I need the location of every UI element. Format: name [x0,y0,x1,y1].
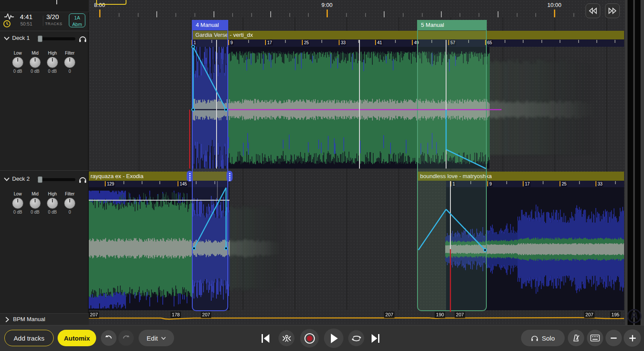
knob-value: 0 dB [8,210,27,214]
key-line1: 1A [69,15,85,21]
deck1-label: Deck 1 [12,35,29,41]
deck2-label: Deck 2 [12,176,29,182]
deck1-slider-handle[interactable] [38,36,42,42]
headphones-icon [531,335,538,341]
knob-mid[interactable] [29,198,41,209]
knob-low[interactable] [12,198,23,209]
track-count: 3/20 [46,13,59,20]
knob-label: Filter [60,51,79,55]
elapsed-time: 4:41 [20,13,32,20]
add-tracks-label: Add tracks [14,335,45,342]
bottom-toolbar: Add tracks Automix Edit [0,325,644,351]
chevron-down-icon[interactable] [4,177,10,181]
bpm-value: 190 [435,312,445,318]
automix-label: Automix [64,335,90,342]
knob-mid[interactable] [29,57,41,68]
bpm-value: 195 [610,312,621,318]
knob-label: Mid [26,51,45,55]
knob-label: Low [8,51,27,55]
knob-label: Low [8,192,27,196]
play-button[interactable] [324,328,343,348]
master-meter-strip [625,0,644,325]
bpm-value: 207 [201,312,211,318]
knob-low[interactable] [12,57,23,68]
total-time: 50:51 [20,21,32,26]
solo-label: Solo [542,335,555,342]
metronome-icon [572,334,580,342]
bpm-panel-label: BPM Manual [13,316,45,322]
meter-bar-left [628,0,633,325]
metronome-button[interactable] [568,330,584,346]
knob-label: High [43,192,62,196]
app-logo [627,309,642,324]
knob-label: Mid [26,192,45,196]
redo-button[interactable] [118,330,134,346]
knob-value: 0 dB [26,69,45,74]
jump-forward-button[interactable] [605,3,620,18]
undo-icon [105,335,113,341]
meter-bar-right [635,0,641,325]
add-tracks-button[interactable]: Add tracks [4,330,54,346]
zoom-out-button[interactable] [605,330,622,346]
knob-high[interactable] [47,198,58,209]
bpm-value: 207 [384,312,395,318]
key-line2: Abm [69,21,85,28]
record-button[interactable] [300,329,319,348]
key-badge[interactable]: 1A Abm [69,13,85,27]
bpm-value: 178 [171,312,181,318]
keyboard-icon [590,335,600,341]
clock-icon [3,20,11,28]
rewind-icon [588,7,598,14]
automix-button[interactable]: Automix [58,330,96,346]
record-icon [304,332,316,344]
split-at-playhead-button[interactable] [278,330,294,346]
knob-value: 0 dB [26,210,45,214]
edit-label: Edit [147,335,158,342]
automation-overlay [0,0,644,351]
knob-label: High [43,51,62,55]
play-icon [330,333,338,344]
loop-button[interactable] [348,330,364,346]
minus-icon [610,335,617,341]
divider [0,170,89,171]
knob-high[interactable] [47,57,58,68]
zoom-in-button[interactable] [624,329,641,347]
bpm-panel-row[interactable]: BPM Manual [0,313,89,325]
sidebar: 4:41 50:51 3/20 TRACKS 1A Abm Deck 1 Low… [0,0,89,325]
pulse-icon [4,13,14,20]
keyboard-shortcuts-button[interactable] [587,330,603,346]
knob-value: 0 dB [43,210,62,214]
knob-value: 0 dB [43,69,62,74]
solo-button[interactable]: Solo [521,330,565,346]
divider [0,31,89,31]
overview-tick [56,0,57,4]
plus-icon [629,335,636,342]
chevron-right-icon [5,317,9,322]
knob-value: 0 [60,69,79,74]
bpm-value: 207 [89,312,99,318]
loop-icon [352,335,361,342]
divider [43,16,43,26]
fast-forward-icon [608,7,617,14]
deck2-slider-handle[interactable] [38,176,42,183]
undo-button[interactable] [101,330,117,346]
knob-label: Filter [60,192,79,196]
edit-menu-button[interactable]: Edit [139,330,174,346]
knob-filter[interactable] [64,57,75,68]
skip-end-button[interactable] [371,333,380,344]
headphones-icon[interactable] [79,176,87,183]
skip-start-button[interactable] [261,333,270,344]
chevron-down-icon [161,337,166,340]
redo-icon [122,335,130,341]
knob-value: 0 dB [8,69,27,74]
tracks-label: TRACKS [45,22,62,26]
deck1-slider-track[interactable] [37,37,75,40]
bpm-value: 207 [455,312,465,318]
split-cue-icon [282,334,292,343]
knob-value: 0 [60,210,79,214]
knob-filter[interactable] [64,198,75,209]
jump-back-button[interactable] [586,3,600,18]
headphones-icon[interactable] [79,35,87,42]
chevron-down-icon[interactable] [4,36,10,40]
deck2-slider-track[interactable] [37,178,75,181]
